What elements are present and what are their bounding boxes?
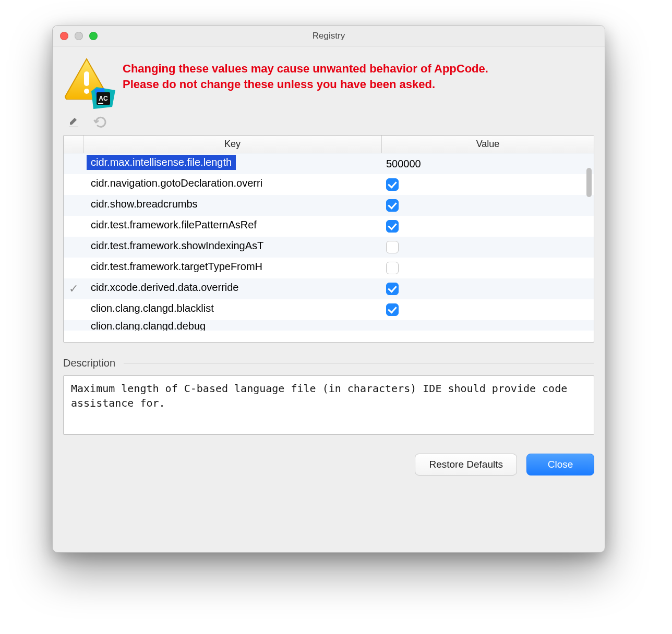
value-cell[interactable] bbox=[382, 241, 594, 253]
close-button[interactable]: Close bbox=[526, 454, 594, 476]
checkbox[interactable] bbox=[386, 178, 399, 191]
modified-marker: ✓ bbox=[64, 282, 83, 296]
svg-rect-1 bbox=[84, 71, 89, 86]
appcode-badge-icon: AC bbox=[91, 87, 115, 109]
column-modified[interactable] bbox=[64, 136, 83, 153]
value-cell[interactable] bbox=[382, 320, 594, 331]
warning-line-1: Changing these values may cause unwanted… bbox=[123, 61, 488, 77]
key-cell[interactable]: cidr.max.intellisense.file.length bbox=[83, 155, 382, 173]
registry-dialog: Registry bbox=[52, 25, 605, 553]
key-cell[interactable]: cidr.show.breadcrumbs bbox=[83, 197, 382, 214]
dialog-buttons: Restore Defaults Close bbox=[63, 454, 594, 476]
value-text[interactable]: 500000 bbox=[386, 158, 421, 170]
table-row[interactable]: cidr.test.framework.targetTypeFromH bbox=[64, 258, 594, 278]
revert-button[interactable] bbox=[92, 115, 107, 130]
key-cell[interactable]: clion.clang.clangd.blacklist bbox=[83, 301, 382, 319]
warning-text: Changing these values may cause unwanted… bbox=[123, 57, 488, 92]
key-cell[interactable]: cidr.test.framework.targetTypeFromH bbox=[83, 259, 382, 277]
title-bar: Registry bbox=[53, 26, 605, 46]
description-label: Description bbox=[63, 357, 115, 369]
checkbox[interactable] bbox=[386, 241, 399, 253]
key-cell[interactable]: cidr.navigation.gotoDeclaration.overri bbox=[83, 176, 382, 193]
value-cell[interactable] bbox=[382, 303, 594, 316]
key-cell[interactable]: clion.clang.clangd.debug bbox=[83, 320, 382, 331]
value-cell[interactable] bbox=[382, 283, 594, 295]
description-text: Maximum length of C-based language file … bbox=[63, 375, 594, 435]
value-cell[interactable]: 500000 bbox=[382, 158, 594, 170]
value-cell[interactable] bbox=[382, 262, 594, 274]
svg-rect-6 bbox=[98, 103, 103, 104]
zoom-window-icon[interactable] bbox=[89, 32, 98, 40]
key-cell[interactable]: cidr.xcode.derived.data.override bbox=[83, 280, 382, 298]
minimize-window-icon[interactable] bbox=[75, 32, 83, 40]
checkbox[interactable] bbox=[386, 220, 399, 233]
dialog-content: AC Changing these values may cause unwan… bbox=[53, 46, 605, 552]
value-cell[interactable] bbox=[382, 220, 594, 233]
close-window-icon[interactable] bbox=[60, 32, 68, 40]
table-row[interactable]: cidr.navigation.gotoDeclaration.overri bbox=[64, 174, 594, 195]
table-row[interactable]: cidr.test.framework.showIndexingAsT bbox=[64, 237, 594, 258]
value-cell[interactable] bbox=[382, 178, 594, 191]
table-body[interactable]: cidr.max.intellisense.file.length500000c… bbox=[64, 153, 594, 342]
registry-table: Key Value cidr.max.intellisense.file.len… bbox=[63, 135, 594, 343]
column-key[interactable]: Key bbox=[83, 136, 382, 153]
separator bbox=[124, 363, 594, 363]
warning-header: AC Changing these values may cause unwan… bbox=[63, 57, 594, 107]
scrollbar-thumb[interactable] bbox=[586, 168, 592, 197]
key-cell[interactable]: cidr.test.framework.showIndexingAsT bbox=[83, 238, 382, 256]
key-cell[interactable]: cidr.test.framework.filePatternAsRef bbox=[83, 217, 382, 235]
checkbox[interactable] bbox=[386, 283, 399, 295]
svg-text:AC: AC bbox=[99, 95, 108, 102]
checkbox[interactable] bbox=[386, 262, 399, 274]
checkbox[interactable] bbox=[386, 199, 399, 212]
table-row[interactable]: cidr.test.framework.filePatternAsRef bbox=[64, 216, 594, 237]
table-header: Key Value bbox=[64, 136, 594, 153]
edit-button[interactable] bbox=[66, 115, 81, 130]
checkbox[interactable] bbox=[386, 303, 399, 316]
window-title: Registry bbox=[313, 31, 345, 41]
toolbar bbox=[63, 112, 594, 135]
table-row[interactable]: cidr.show.breadcrumbs bbox=[64, 195, 594, 216]
value-cell[interactable] bbox=[382, 199, 594, 212]
warning-line-2: Please do not change these unless you ha… bbox=[123, 77, 488, 92]
window-controls bbox=[60, 32, 98, 40]
table-row[interactable]: clion.clang.clangd.blacklist bbox=[64, 299, 594, 320]
warning-icon: AC bbox=[63, 57, 113, 107]
svg-point-0 bbox=[84, 89, 89, 94]
table-row[interactable]: ✓cidr.xcode.derived.data.override bbox=[64, 278, 594, 299]
table-row[interactable]: cidr.max.intellisense.file.length500000 bbox=[64, 153, 594, 174]
table-row[interactable]: clion.clang.clangd.debug bbox=[64, 320, 594, 331]
modified-marker bbox=[64, 320, 83, 331]
description-section: Description Maximum length of C-based la… bbox=[63, 357, 594, 435]
restore-defaults-button[interactable]: Restore Defaults bbox=[415, 454, 517, 476]
column-value[interactable]: Value bbox=[382, 136, 594, 153]
